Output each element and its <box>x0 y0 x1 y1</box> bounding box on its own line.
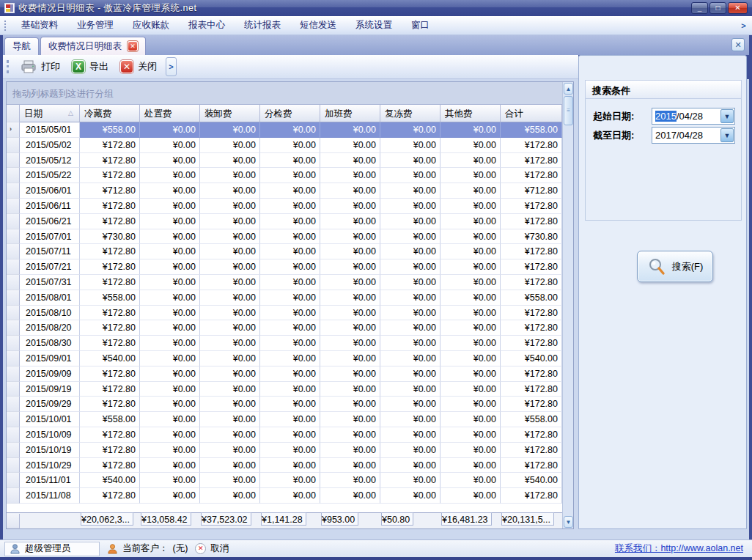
money-cell[interactable]: ¥0.00 <box>380 488 440 504</box>
table-row[interactable]: 2015/10/01¥558.00¥0.00¥0.00¥0.00¥0.00¥0.… <box>7 412 562 427</box>
date-cell[interactable]: 2015/06/11 <box>20 199 80 214</box>
money-cell[interactable]: ¥0.00 <box>140 336 200 351</box>
menu-overflow-chevron-icon[interactable]: > <box>738 18 749 33</box>
money-cell[interactable]: ¥172.80 <box>80 320 140 336</box>
money-cell[interactable]: ¥0.00 <box>260 427 320 443</box>
money-cell[interactable]: ¥0.00 <box>140 259 200 275</box>
money-cell[interactable]: ¥172.80 <box>501 366 562 382</box>
money-cell[interactable]: ¥0.00 <box>140 183 200 199</box>
money-cell[interactable]: ¥0.00 <box>320 366 380 382</box>
money-cell[interactable]: ¥0.00 <box>260 183 320 199</box>
money-cell[interactable]: ¥0.00 <box>200 336 260 351</box>
money-cell[interactable]: ¥0.00 <box>140 275 200 290</box>
money-cell[interactable]: ¥172.80 <box>501 336 562 351</box>
date-cell[interactable]: 2015/05/02 <box>20 138 80 153</box>
money-cell[interactable]: ¥0.00 <box>260 122 320 138</box>
money-cell[interactable]: ¥0.00 <box>140 412 200 427</box>
money-cell[interactable]: ¥0.00 <box>440 229 501 245</box>
money-cell[interactable]: ¥0.00 <box>380 259 440 275</box>
money-cell[interactable]: ¥0.00 <box>260 473 320 488</box>
money-cell[interactable]: ¥0.00 <box>260 397 320 412</box>
money-cell[interactable]: ¥0.00 <box>140 427 200 443</box>
money-cell[interactable]: ¥540.00 <box>501 473 562 488</box>
column-header[interactable]: 分检费 <box>260 105 320 122</box>
money-cell[interactable]: ¥172.80 <box>80 199 140 214</box>
menu-item[interactable]: 短信发送 <box>290 17 346 34</box>
table-row[interactable]: 2015/08/01¥558.00¥0.00¥0.00¥0.00¥0.00¥0.… <box>7 290 562 306</box>
table-row[interactable]: 2015/05/22¥172.80¥0.00¥0.00¥0.00¥0.00¥0.… <box>7 168 562 183</box>
money-cell[interactable]: ¥712.80 <box>501 183 562 199</box>
date-cell[interactable]: 2015/09/09 <box>20 366 80 382</box>
menu-item[interactable]: 基础资料 <box>12 17 67 34</box>
money-cell[interactable]: ¥0.00 <box>380 320 440 336</box>
start-date-dropdown-icon[interactable]: ▼ <box>720 109 734 123</box>
money-cell[interactable]: ¥0.00 <box>440 275 501 290</box>
money-cell[interactable]: ¥0.00 <box>260 244 320 259</box>
money-cell[interactable]: ¥0.00 <box>260 351 320 366</box>
row-indicator[interactable] <box>7 244 20 259</box>
money-cell[interactable]: ¥0.00 <box>380 290 440 306</box>
money-cell[interactable]: ¥0.00 <box>140 199 200 214</box>
money-cell[interactable]: ¥0.00 <box>380 138 440 153</box>
money-cell[interactable]: ¥0.00 <box>140 290 200 306</box>
money-cell[interactable]: ¥0.00 <box>140 320 200 336</box>
money-cell[interactable]: ¥0.00 <box>200 290 260 306</box>
table-row[interactable]: 2015/08/10¥172.80¥0.00¥0.00¥0.00¥0.00¥0.… <box>7 306 562 321</box>
money-cell[interactable]: ¥0.00 <box>140 153 200 169</box>
row-indicator[interactable] <box>7 199 20 214</box>
money-cell[interactable]: ¥0.00 <box>320 427 380 443</box>
money-cell[interactable]: ¥0.00 <box>320 336 380 351</box>
tab-fee-daily-report[interactable]: 收费情况日明细表 ✕ <box>40 37 146 55</box>
money-cell[interactable]: ¥0.00 <box>320 443 380 458</box>
money-cell[interactable]: ¥172.80 <box>80 168 140 183</box>
table-row[interactable]: 2015/07/11¥172.80¥0.00¥0.00¥0.00¥0.00¥0.… <box>7 244 562 259</box>
table-row[interactable]: ›2015/05/01¥558.00¥0.00¥0.00¥0.00¥0.00¥0… <box>7 122 562 138</box>
money-cell[interactable]: ¥0.00 <box>260 488 320 504</box>
money-cell[interactable]: ¥0.00 <box>380 183 440 199</box>
date-cell[interactable]: 2015/07/31 <box>20 275 80 290</box>
money-cell[interactable]: ¥0.00 <box>380 275 440 290</box>
money-cell[interactable]: ¥0.00 <box>260 306 320 321</box>
money-cell[interactable]: ¥540.00 <box>80 473 140 488</box>
money-cell[interactable]: ¥0.00 <box>380 214 440 229</box>
table-row[interactable]: 2015/09/09¥172.80¥0.00¥0.00¥0.00¥0.00¥0.… <box>7 366 562 382</box>
row-indicator[interactable] <box>7 351 20 366</box>
money-cell[interactable]: ¥172.80 <box>80 259 140 275</box>
money-cell[interactable]: ¥0.00 <box>440 122 501 138</box>
money-cell[interactable]: ¥0.00 <box>260 259 320 275</box>
money-cell[interactable]: ¥172.80 <box>80 382 140 397</box>
date-cell[interactable]: 2015/08/10 <box>20 306 80 321</box>
money-cell[interactable]: ¥172.80 <box>501 488 562 504</box>
money-cell[interactable]: ¥0.00 <box>200 382 260 397</box>
money-cell[interactable]: ¥0.00 <box>200 488 260 504</box>
money-cell[interactable]: ¥0.00 <box>440 168 501 183</box>
money-cell[interactable]: ¥558.00 <box>501 122 562 138</box>
money-cell[interactable]: ¥172.80 <box>80 153 140 169</box>
money-cell[interactable]: ¥172.80 <box>501 138 562 153</box>
end-date-input[interactable]: 2017/04/28 ▼ <box>652 127 735 144</box>
money-cell[interactable]: ¥0.00 <box>380 351 440 366</box>
money-cell[interactable]: ¥0.00 <box>320 351 380 366</box>
money-cell[interactable]: ¥0.00 <box>320 306 380 321</box>
table-row[interactable]: 2015/09/01¥540.00¥0.00¥0.00¥0.00¥0.00¥0.… <box>7 351 562 366</box>
money-cell[interactable]: ¥0.00 <box>200 183 260 199</box>
money-cell[interactable]: ¥0.00 <box>380 397 440 412</box>
row-indicator[interactable] <box>7 412 20 427</box>
date-cell[interactable]: 2015/05/01 <box>20 122 80 138</box>
tab-close-icon[interactable]: ✕ <box>128 41 138 51</box>
money-cell[interactable]: ¥0.00 <box>140 458 200 474</box>
money-cell[interactable]: ¥172.80 <box>80 366 140 382</box>
date-cell[interactable]: 2015/10/09 <box>20 427 80 443</box>
money-cell[interactable]: ¥0.00 <box>320 229 380 245</box>
money-cell[interactable]: ¥0.00 <box>320 488 380 504</box>
money-cell[interactable]: ¥540.00 <box>80 351 140 366</box>
tabstrip-close-icon[interactable]: ✕ <box>731 38 745 51</box>
money-cell[interactable]: ¥0.00 <box>260 168 320 183</box>
money-cell[interactable]: ¥0.00 <box>200 275 260 290</box>
money-cell[interactable]: ¥0.00 <box>200 229 260 245</box>
row-indicator[interactable] <box>7 168 20 183</box>
money-cell[interactable]: ¥0.00 <box>320 259 380 275</box>
date-cell[interactable]: 2015/06/21 <box>20 214 80 229</box>
money-cell[interactable]: ¥0.00 <box>320 138 380 153</box>
menu-item[interactable]: 系统设置 <box>346 17 402 34</box>
